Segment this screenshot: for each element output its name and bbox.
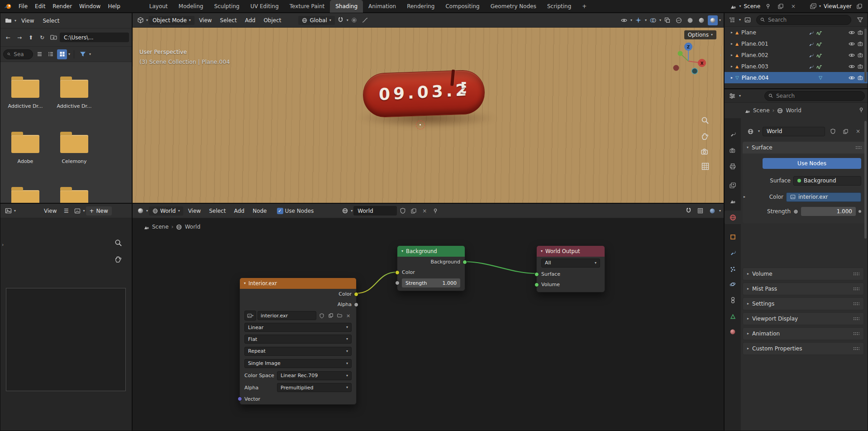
- panel-settings[interactable]: ▸Settings: [743, 297, 864, 310]
- folder-item[interactable]: Addictive Dr...: [54, 80, 95, 109]
- refresh-icon[interactable]: ↻: [37, 33, 47, 43]
- pin-icon[interactable]: [763, 1, 773, 11]
- extension-dropdown[interactable]: Repeat▾: [244, 347, 352, 356]
- tab-world-active[interactable]: [725, 211, 741, 224]
- new-world-icon[interactable]: [840, 126, 850, 136]
- red-tag-object[interactable]: 09.03.2 5: [362, 69, 485, 118]
- unlink-scene-icon[interactable]: ×: [788, 1, 798, 11]
- world-name-field[interactable]: World: [763, 127, 825, 136]
- new-viewlayer-icon[interactable]: [854, 1, 864, 11]
- editor-type-dropdown-arrow[interactable]: ▾: [14, 209, 16, 213]
- visibility-dropdown-arrow[interactable]: ▾: [630, 19, 632, 22]
- display-mode-icon[interactable]: [743, 15, 753, 25]
- region-collapse-arrow[interactable]: ‹: [720, 52, 722, 58]
- color-expand-arrow[interactable]: ▸: [744, 195, 745, 199]
- color-space-dropdown[interactable]: Linear Rec.709▾: [277, 371, 352, 380]
- tab-uv-editing[interactable]: UV Editing: [245, 0, 284, 13]
- hide-eye-icon[interactable]: [849, 76, 855, 80]
- hide-eye-icon[interactable]: [849, 42, 855, 46]
- zoom-icon[interactable]: [701, 116, 709, 125]
- image-dropdown-arrow[interactable]: ▾: [83, 209, 85, 213]
- add-workspace-button[interactable]: +: [577, 0, 592, 13]
- outliner-row-plane[interactable]: ▸ ▲ Plane: [725, 27, 868, 38]
- animate-dot-icon[interactable]: [858, 210, 861, 213]
- unlink-world-icon[interactable]: ×: [853, 126, 863, 136]
- menu-render[interactable]: Render: [49, 2, 76, 11]
- hide-eye-icon[interactable]: [849, 64, 855, 69]
- tab-modifiers[interactable]: [725, 246, 741, 259]
- strength-slider[interactable]: Strength1.000: [402, 278, 460, 287]
- shading-wireframe-icon[interactable]: [674, 15, 684, 25]
- breadcrumb-scene[interactable]: Scene: [753, 107, 770, 114]
- node-environment-texture[interactable]: ▾Interior.exr Color Alpha ▾ interior.exr…: [239, 278, 357, 405]
- image-datablock-icon[interactable]: [72, 206, 82, 216]
- alpha-mode-dropdown[interactable]: Premultiplied▾: [277, 383, 352, 392]
- node-header[interactable]: ▾Interior.exr: [240, 278, 356, 289]
- panel-grip-icon[interactable]: [853, 287, 859, 291]
- folder-item[interactable]: Addictive Dr...: [5, 80, 46, 109]
- render-camera-icon[interactable]: [858, 30, 864, 35]
- options-button[interactable]: Options▾: [684, 30, 716, 39]
- image-browse-icon[interactable]: ▾: [244, 311, 256, 321]
- menu-file[interactable]: File: [15, 2, 31, 11]
- editor-type-dropdown-arrow[interactable]: ▾: [739, 18, 741, 22]
- scene-name[interactable]: Scene: [744, 3, 760, 10]
- menu-help[interactable]: Help: [104, 2, 124, 11]
- file-browser-view-menu[interactable]: View: [18, 16, 38, 25]
- falloff-icon[interactable]: [360, 15, 370, 25]
- alpha-output-socket[interactable]: [354, 302, 358, 307]
- expand-chevron-icon[interactable]: ▸: [731, 42, 733, 46]
- camera-view-icon[interactable]: [701, 148, 709, 155]
- overlays-dropdown-arrow[interactable]: ▾: [659, 19, 661, 22]
- tab-particles[interactable]: [725, 262, 741, 276]
- breadcrumb-world[interactable]: World: [786, 107, 801, 114]
- outliner-search-input[interactable]: [767, 16, 847, 24]
- shading-dropdown-arrow[interactable]: ▾: [719, 19, 721, 22]
- tab-texture-paint[interactable]: Texture Paint: [284, 0, 330, 13]
- tab-shading[interactable]: Shading: [330, 0, 363, 13]
- image-canvas[interactable]: [6, 288, 126, 391]
- folder-item-partial[interactable]: [54, 190, 95, 203]
- display-list-detail-icon[interactable]: [46, 49, 56, 59]
- menu-hamburger-icon[interactable]: ☰: [62, 206, 72, 216]
- modifier-spring-icon[interactable]: [816, 41, 822, 47]
- image-name-field[interactable]: interior.exr: [258, 311, 316, 320]
- file-browser-search[interactable]: [3, 49, 33, 59]
- editor-type-dropdown-arrow[interactable]: ▾: [14, 19, 16, 23]
- zoom-icon[interactable]: [114, 239, 122, 247]
- hide-eye-icon[interactable]: [849, 53, 855, 57]
- new-scene-icon[interactable]: [776, 1, 786, 11]
- orientation-selector[interactable]: Global▾: [298, 16, 334, 25]
- filter-dropdown-arrow[interactable]: ▾: [89, 53, 91, 56]
- viewlayer-dropdown-arrow[interactable]: ▾: [819, 5, 821, 8]
- tab-material[interactable]: [725, 325, 741, 339]
- tab-object[interactable]: [725, 230, 741, 244]
- viewport-add-menu[interactable]: Add: [241, 16, 259, 25]
- tab-data[interactable]: [725, 310, 741, 323]
- surface-input-socket[interactable]: [534, 272, 539, 277]
- scene-dropdown-arrow[interactable]: ▾: [739, 5, 741, 8]
- viewlayer-name[interactable]: ViewLayer: [824, 3, 852, 10]
- wire-color-to-background[interactable]: [356, 272, 397, 293]
- node-header[interactable]: ▾World Output: [537, 246, 605, 257]
- render-camera-icon[interactable]: [858, 75, 864, 80]
- color-output-socket[interactable]: [354, 292, 358, 297]
- strength-slider[interactable]: 1.000: [801, 207, 856, 216]
- surface-panel-header[interactable]: ▾Surface: [743, 142, 866, 153]
- new-image-button[interactable]: +New: [86, 206, 112, 216]
- expand-chevron-icon[interactable]: ▸: [731, 65, 733, 68]
- forward-icon[interactable]: →: [14, 33, 24, 43]
- path-field[interactable]: C:\Users\...: [60, 33, 129, 42]
- shading-solid-icon[interactable]: [685, 15, 695, 25]
- target-dropdown[interactable]: All▾: [541, 259, 600, 268]
- menu-edit[interactable]: Edit: [31, 2, 49, 11]
- proportional-edit-icon[interactable]: [349, 15, 359, 25]
- pan-hand-icon[interactable]: [701, 132, 709, 140]
- new-image-icon[interactable]: [327, 311, 334, 320]
- image-view-menu[interactable]: View: [40, 206, 60, 216]
- display-thumbnails-icon[interactable]: [57, 49, 67, 59]
- menu-window[interactable]: Window: [76, 2, 104, 11]
- properties-search[interactable]: [764, 91, 865, 101]
- outliner-scrollbar[interactable]: [864, 29, 867, 82]
- modifier-wrench-icon[interactable]: [808, 64, 814, 69]
